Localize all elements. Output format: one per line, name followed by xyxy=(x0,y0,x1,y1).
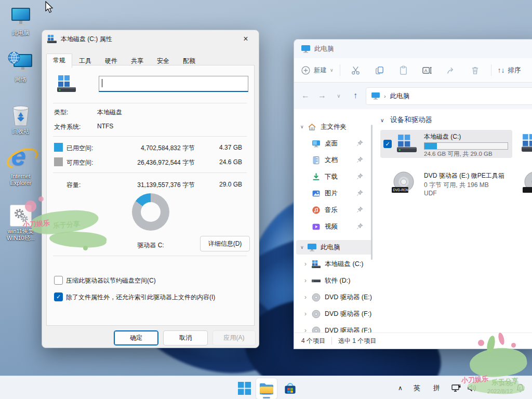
this-pc-breadcrumb-icon xyxy=(371,92,380,100)
tab-quota[interactable]: 配额 xyxy=(176,54,202,68)
start-button[interactable] xyxy=(234,378,255,398)
dialog-titlebar[interactable]: 本地磁盘 (C:) 属性 × xyxy=(42,30,259,48)
drive-icon xyxy=(47,35,57,43)
volume-tray-icon[interactable] xyxy=(467,376,477,399)
pin-icon xyxy=(356,190,363,196)
capacity-size: 29.0 GB xyxy=(203,181,242,188)
desktop-icon-internet-explorer[interactable]: e Internet Explorer xyxy=(1,148,41,187)
address-bar[interactable]: › 此电脑 xyxy=(366,87,532,105)
notification-bell-icon[interactable]: z xyxy=(515,376,525,399)
desktop-icon-recycle-bin[interactable]: 回收站 xyxy=(1,103,41,135)
sidebar-item-dvd-e[interactable]: › DVD 驱动器 (E:) xyxy=(294,290,375,304)
delete-button[interactable] xyxy=(466,61,485,79)
this-pc-icon xyxy=(1,4,41,28)
paste-button[interactable] xyxy=(394,61,413,79)
tray-date: 2022/8/12 xyxy=(481,388,513,395)
used-space-bytes: 4,702,584,832 字节 xyxy=(119,144,195,153)
sidebar-item-documents[interactable]: 文档 xyxy=(294,153,375,167)
cancel-button[interactable]: 取消 xyxy=(163,330,208,345)
sidebar-item-drive-d[interactable]: › 软件 (D:) xyxy=(294,273,375,288)
explorer-tab-title[interactable]: 此电脑 xyxy=(314,45,334,54)
chevron-right-icon: › xyxy=(304,310,312,317)
tab-general[interactable]: 常规 xyxy=(46,54,72,68)
details-button[interactable]: 详细信息(D) xyxy=(200,236,250,251)
drive-usage-bar xyxy=(424,142,508,150)
free-space-bytes: 26,436,972,544 字节 xyxy=(119,158,195,167)
clock[interactable]: 14:55 2022/8/12 xyxy=(481,380,513,395)
explorer-titlebar[interactable]: 此电脑 xyxy=(294,39,532,58)
breadcrumb[interactable]: 此电脑 xyxy=(390,92,410,101)
gears-icon xyxy=(1,203,41,227)
sidebar-item-home[interactable]: ∨ 主文件夹 xyxy=(294,119,375,134)
item-checkbox[interactable]: ✓ xyxy=(383,140,392,148)
copy-button[interactable] xyxy=(370,61,389,79)
sidebar-item-this-pc[interactable]: ∨ 此电脑 xyxy=(294,240,375,255)
rename-button[interactable]: A xyxy=(418,61,437,79)
ok-button[interactable]: 确定 xyxy=(114,330,158,345)
desktop-icon-network[interactable]: 网络 xyxy=(1,51,41,83)
sidebar-item-pictures[interactable]: 图片 xyxy=(294,186,375,201)
compress-checkbox[interactable] xyxy=(54,276,63,285)
section-header-label: 设备和驱动器 xyxy=(390,116,432,124)
microsoft-store-icon xyxy=(283,381,297,395)
sidebar-item-label: 图片 xyxy=(325,189,338,198)
file-explorer-button[interactable] xyxy=(256,378,277,399)
tab-sharing[interactable]: 共享 xyxy=(124,54,150,68)
status-selected-count: 选中 1 个项目 xyxy=(338,337,376,345)
desktop-icon-this-pc[interactable]: 此电脑 xyxy=(1,4,41,36)
sidebar-item-videos[interactable]: 视频 xyxy=(294,219,375,234)
sidebar-item-label: 文档 xyxy=(325,156,338,165)
ime-language-button[interactable]: 英 xyxy=(414,376,420,399)
status-item-count: 4 个项目 xyxy=(301,337,325,345)
sidebar-item-drive-c[interactable]: › 本地磁盘 (C:) xyxy=(294,257,375,271)
up-button[interactable]: ↑ xyxy=(347,91,364,100)
sidebar-item-label: DVD 驱动器 (F:) xyxy=(325,310,371,318)
cut-button[interactable] xyxy=(347,61,365,79)
svg-text:DVD-ROM: DVD-ROM xyxy=(393,188,409,192)
history-chevron-button[interactable]: ∨ xyxy=(330,93,347,99)
separator xyxy=(53,172,247,173)
network-tray-icon[interactable] xyxy=(451,376,461,399)
active-app-indicator xyxy=(263,397,270,398)
tray-chevron-icon[interactable]: ∧ xyxy=(398,376,403,399)
svg-text:z: z xyxy=(519,386,521,390)
pin-icon xyxy=(356,173,363,180)
capacity-label: 容量: xyxy=(66,181,81,190)
sort-button[interactable]: ↑↓ 排序 xyxy=(498,66,521,75)
close-button[interactable]: × xyxy=(235,31,257,47)
used-space-label: 已用空间: xyxy=(66,144,93,153)
ime-mode-button[interactable]: 拼 xyxy=(433,376,440,399)
volume-name-field[interactable] xyxy=(99,76,250,92)
new-button[interactable]: 新建 ∨ xyxy=(301,66,334,75)
sidebar-item-music[interactable]: 音乐 xyxy=(294,203,375,217)
section-header-devices-drives[interactable]: ∨ 设备和驱动器 xyxy=(380,115,432,125)
home-icon xyxy=(308,123,316,131)
sidebar-scrollbar[interactable] xyxy=(371,125,373,260)
tab-security[interactable]: 安全 xyxy=(150,54,176,68)
tab-hardware[interactable]: 硬件 xyxy=(98,54,124,68)
network-icon xyxy=(1,51,41,75)
capacity-bytes: 31,139,557,376 字节 xyxy=(119,181,195,190)
sidebar-item-label: DVD 驱动器 (E:) xyxy=(325,293,372,302)
drive-c-item[interactable]: ✓ 本地磁盘 (C:) 24.6 GB 可用, 共 29.0 GB xyxy=(380,130,512,158)
share-button[interactable] xyxy=(442,61,461,79)
tab-tools[interactable]: 工具 xyxy=(72,54,98,68)
dvd-disc-icon: DVD-ROM xyxy=(392,170,416,194)
recycle-bin-icon xyxy=(1,103,41,127)
forward-button[interactable]: → xyxy=(314,91,330,100)
general-tab-page: 类型: 本地磁盘 文件系统: NTFS 已用空间: 4,702,584,832 … xyxy=(46,65,255,326)
sidebar-item-desktop[interactable]: 桌面 xyxy=(294,136,375,151)
index-checkbox[interactable]: ✓ xyxy=(54,292,63,301)
dvd-e-item[interactable]: DVD-ROM DVD 驱动器 (E:) 微PE工具箱 0 字节 可用, 共 1… xyxy=(380,168,512,201)
plus-circle-icon xyxy=(301,66,310,75)
volume-name-input[interactable] xyxy=(99,76,248,92)
apply-button[interactable]: 应用(A) xyxy=(212,330,256,345)
status-divider xyxy=(331,337,332,344)
explorer-navigation-bar: ← → ∨ ↑ › 此电脑 xyxy=(294,82,532,109)
drive-usage-fill xyxy=(424,143,437,149)
sidebar-item-dvd-f[interactable]: › DVD 驱动器 (F:) xyxy=(294,307,375,321)
back-button[interactable]: ← xyxy=(297,91,314,100)
store-button[interactable] xyxy=(280,378,300,398)
sidebar-item-downloads[interactable]: 下载 xyxy=(294,169,375,184)
desktop-icon-win11-restore[interactable]: win11恢复 WIN10经... xyxy=(1,203,41,242)
